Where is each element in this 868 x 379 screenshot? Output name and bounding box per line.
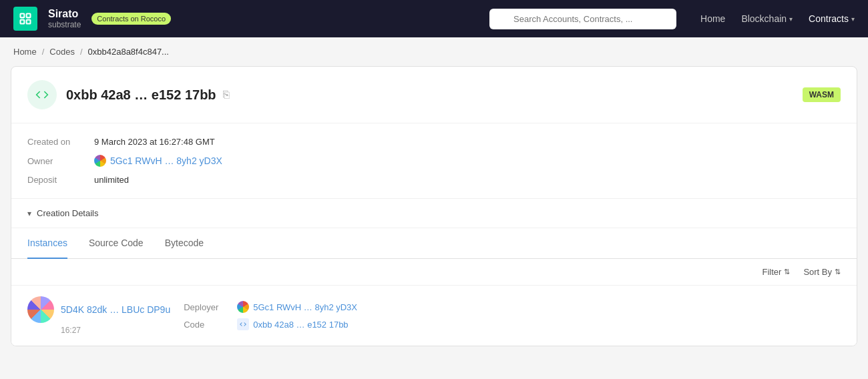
created-on-label: Created on: [27, 137, 94, 147]
instance-row: 5D4K 82dk … LBUc DP9u 16:27 Deployer 5Gc…: [11, 285, 857, 346]
deployer-value: 5Gc1 RWvH … 8yh2 yD3X: [253, 302, 357, 312]
brand-text: Sirato substrate: [48, 8, 81, 29]
deployer-link[interactable]: 5Gc1 RWvH … 8yh2 yD3X: [237, 301, 357, 313]
deposit-label: Deposit: [27, 175, 94, 185]
creation-details-label: Creation Details: [37, 208, 99, 218]
code-label: Code: [184, 320, 230, 330]
tab-bytecode[interactable]: Bytecode: [165, 228, 204, 259]
nav-home[interactable]: Home: [700, 13, 725, 24]
contracts-chevron-icon: ▾: [851, 15, 855, 23]
instance-avatar: [27, 296, 54, 323]
instance-details: Deployer 5Gc1 RWvH … 8yh2 yD3X Code 0xbb…: [184, 301, 357, 330]
svg-rect-2: [21, 20, 25, 24]
code-icon-circle: [27, 80, 57, 109]
nav-links: Home Blockchain ▾ Contracts ▾: [700, 13, 855, 24]
breadcrumb: Home / Codes / 0xbb42a8a8f4c847...: [0, 37, 868, 66]
sort-label: Sort By: [803, 267, 832, 277]
breadcrumb-home[interactable]: Home: [13, 47, 37, 57]
creation-chevron-icon: ▾: [27, 209, 31, 218]
filter-label: Filter: [762, 267, 781, 277]
tab-instances[interactable]: Instances: [27, 228, 67, 259]
blockchain-chevron-icon: ▾: [789, 15, 793, 23]
tab-source-code[interactable]: Source Code: [89, 228, 144, 259]
brand-name: Sirato: [48, 8, 81, 20]
network-badge[interactable]: Contracts on Rococo: [91, 13, 171, 25]
svg-rect-3: [27, 20, 31, 24]
filter-chevron-icon: ⇅: [784, 268, 790, 276]
deposit-value: unlimited: [94, 175, 129, 185]
wasm-badge: WASM: [803, 87, 841, 102]
created-on-value: 9 March 2023 at 16:27:48 GMT: [94, 137, 215, 147]
deployer-row: Deployer 5Gc1 RWvH … 8yh2 yD3X: [184, 301, 357, 313]
code-value: 0xbb 42a8 … e152 17bb: [253, 320, 348, 330]
code-row: Code 0xbb 42a8 … e152 17bb: [184, 318, 357, 330]
main-card: 0xbb 42a8 … e152 17bb ⎘ WASM Created on …: [11, 66, 857, 346]
sort-chevron-icon: ⇅: [835, 268, 841, 276]
filter-bar: Filter ⇅ Sort By ⇅: [11, 259, 857, 285]
logo-icon: [13, 7, 37, 31]
sort-by-button[interactable]: Sort By ⇅: [803, 267, 841, 277]
copy-icon[interactable]: ⎘: [223, 89, 230, 101]
owner-label: Owner: [27, 156, 94, 166]
search-wrapper: [489, 9, 676, 29]
deployer-avatar: [237, 301, 249, 313]
deposit-row: Deposit unlimited: [27, 175, 841, 185]
nav-contracts[interactable]: Contracts ▾: [809, 13, 855, 24]
instance-address-link[interactable]: 5D4K 82dk … LBUc DP9u: [61, 304, 170, 315]
contract-header: 0xbb 42a8 … e152 17bb ⎘ WASM: [11, 67, 857, 123]
details-section: Created on 9 March 2023 at 16:27:48 GMT …: [11, 123, 857, 199]
contract-address: 0xbb 42a8 … e152 17bb: [66, 87, 216, 103]
owner-value: 5Gc1 RWvH … 8yh2 yD3X: [110, 155, 222, 166]
breadcrumb-sep-1: /: [42, 47, 45, 57]
search-input[interactable]: [489, 9, 676, 29]
header: Sirato substrate Contracts on Rococo Hom…: [0, 0, 868, 37]
owner-avatar: [94, 155, 106, 167]
filter-button[interactable]: Filter ⇅: [762, 267, 790, 277]
owner-link[interactable]: 5Gc1 RWvH … 8yh2 yD3X: [94, 155, 222, 167]
tabs-bar: Instances Source Code Bytecode: [11, 228, 857, 259]
brand-subtitle: substrate: [48, 20, 81, 29]
code-small-icon: [237, 318, 249, 330]
breadcrumb-codes[interactable]: Codes: [49, 47, 75, 57]
breadcrumb-sep-2: /: [80, 47, 83, 57]
creation-details[interactable]: ▾ Creation Details: [11, 199, 857, 228]
instance-time: 16:27: [61, 326, 81, 335]
svg-rect-1: [27, 14, 31, 18]
owner-row: Owner 5Gc1 RWvH … 8yh2 yD3X: [27, 155, 841, 167]
nav-blockchain[interactable]: Blockchain ▾: [741, 13, 793, 24]
created-on-row: Created on 9 March 2023 at 16:27:48 GMT: [27, 137, 841, 147]
svg-rect-0: [21, 14, 25, 18]
deployer-label: Deployer: [184, 302, 230, 312]
code-link[interactable]: 0xbb 42a8 … e152 17bb: [237, 318, 348, 330]
breadcrumb-current: 0xbb42a8a8f4c847...: [88, 47, 169, 57]
